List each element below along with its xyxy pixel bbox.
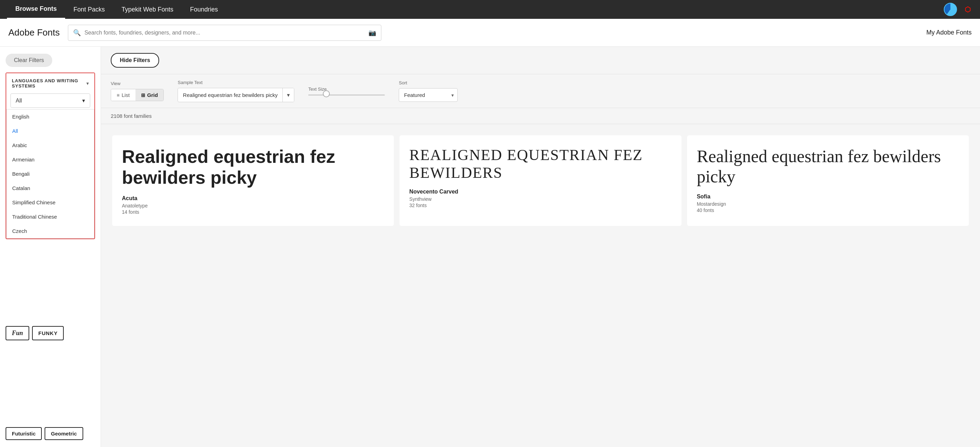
font-card-name: Acuta bbox=[122, 195, 384, 201]
grid-label: Grid bbox=[147, 92, 158, 98]
top-nav-links: Browse Fonts Font Packs Typekit Web Font… bbox=[7, 0, 944, 19]
sort-label: Sort bbox=[399, 80, 458, 85]
sample-text-input[interactable] bbox=[178, 89, 282, 101]
language-dropdown-list: English All Arabic Armenian Bengali Cata… bbox=[6, 109, 94, 238]
font-preview-text: Realigned equestrian fez bewilders picky bbox=[697, 147, 959, 187]
font-card-foundry: Anatoletype bbox=[122, 203, 384, 209]
page-header: Adobe Fonts 🔍 📷 My Adobe Fonts bbox=[0, 19, 980, 47]
grid-view-button[interactable]: ⊞ Grid bbox=[135, 89, 164, 101]
camera-icon[interactable]: 📷 bbox=[369, 29, 376, 37]
tag-buttons-row: Fun FUNKY bbox=[6, 326, 95, 340]
language-option-bengali[interactable]: Bengali bbox=[6, 167, 94, 181]
language-dropdown[interactable]: All ▾ bbox=[10, 93, 90, 108]
sort-select[interactable]: Featured Newest Alphabetical Most Used bbox=[399, 89, 448, 101]
controls-bar: View ≡ List ⊞ Grid Sample Text ▾ bbox=[101, 74, 980, 108]
size-slider-wrapper bbox=[308, 94, 385, 96]
font-card-count: 14 fonts bbox=[122, 209, 384, 215]
language-filter-section: LANGUAGES AND WRITING SYSTEMS ▾ All ▾ En… bbox=[6, 72, 95, 239]
font-card[interactable]: Realigned equestrian fez bewilders picky… bbox=[687, 135, 969, 226]
sample-text-control-group: Sample Text ▾ bbox=[178, 80, 294, 102]
nav-font-packs[interactable]: Font Packs bbox=[65, 0, 113, 19]
top-nav-right: ⬡ bbox=[944, 3, 973, 16]
grid-icon: ⊞ bbox=[141, 93, 145, 98]
sort-chevron-icon: ▾ bbox=[448, 93, 457, 98]
view-label: View bbox=[111, 81, 164, 86]
sample-text-wrapper: ▾ bbox=[178, 88, 294, 102]
font-card-name: Novecento Carved bbox=[409, 188, 671, 195]
search-icon: 🔍 bbox=[73, 29, 81, 37]
tag-buttons-row-2: Futuristic Geometric bbox=[6, 427, 95, 440]
list-view-button[interactable]: ≡ List bbox=[111, 89, 135, 101]
sample-text-dropdown-button[interactable]: ▾ bbox=[282, 88, 294, 102]
language-option-catalan[interactable]: Catalan bbox=[6, 181, 94, 195]
font-card[interactable]: REALIGNED EQUESTRIAN FEZ BEWILDERS Novec… bbox=[399, 135, 681, 226]
font-preview-text: REALIGNED EQUESTRIAN FEZ BEWILDERS bbox=[409, 147, 671, 182]
list-label: List bbox=[121, 92, 130, 98]
dropdown-selected-value: All bbox=[16, 97, 22, 104]
my-adobe-fonts-link[interactable]: My Adobe Fonts bbox=[926, 29, 972, 36]
search-bar[interactable]: 🔍 📷 bbox=[68, 25, 381, 41]
adobe-logo-icon: ⬡ bbox=[962, 4, 973, 15]
font-card[interactable]: Realigned equestrian fez bewilders picky… bbox=[112, 135, 394, 226]
content-area: Hide Filters View ≡ List ⊞ Grid Samp bbox=[101, 47, 980, 447]
nav-typekit-web-fonts[interactable]: Typekit Web Fonts bbox=[113, 0, 182, 19]
nav-foundries[interactable]: Foundries bbox=[182, 0, 226, 19]
sort-control-group: Sort Featured Newest Alphabetical Most U… bbox=[399, 80, 458, 102]
user-avatar[interactable] bbox=[944, 3, 957, 16]
filter-section-title: LANGUAGES AND WRITING SYSTEMS bbox=[12, 78, 86, 89]
font-count-text: 2108 font families bbox=[111, 113, 152, 119]
view-toggle: ≡ List ⊞ Grid bbox=[111, 89, 164, 101]
font-grid: Realigned equestrian fez bewilders picky… bbox=[101, 124, 980, 229]
text-size-slider[interactable] bbox=[308, 94, 385, 96]
tag-geometric-button[interactable]: Geometric bbox=[45, 427, 83, 440]
adobe-fonts-logo: Adobe Fonts bbox=[8, 27, 60, 38]
view-control-group: View ≡ List ⊞ Grid bbox=[111, 81, 164, 101]
font-card-foundry: Mostardesign bbox=[697, 201, 959, 207]
language-option-traditional-chinese[interactable]: Traditional Chinese bbox=[6, 209, 94, 224]
tag-fun-button[interactable]: Fun bbox=[6, 326, 29, 340]
search-input[interactable] bbox=[84, 30, 365, 36]
language-option-english[interactable]: English bbox=[6, 110, 94, 124]
hide-filters-button[interactable]: Hide Filters bbox=[111, 53, 159, 68]
tag-futuristic-button[interactable]: Futuristic bbox=[6, 427, 42, 440]
font-preview-text: Realigned equestrian fez bewilders picky bbox=[122, 147, 384, 188]
list-icon: ≡ bbox=[117, 93, 119, 98]
main-layout: Clear Filters LANGUAGES AND WRITING SYST… bbox=[0, 47, 980, 447]
font-count-bar: 2108 font families bbox=[101, 108, 980, 124]
filter-section-header[interactable]: LANGUAGES AND WRITING SYSTEMS ▾ bbox=[6, 73, 94, 93]
language-option-armenian[interactable]: Armenian bbox=[6, 152, 94, 167]
text-size-control-group: Text Size bbox=[308, 86, 385, 96]
language-option-all[interactable]: All bbox=[6, 124, 94, 138]
filters-bar: Hide Filters bbox=[101, 47, 980, 74]
language-option-czech[interactable]: Czech bbox=[6, 224, 94, 238]
language-option-arabic[interactable]: Arabic bbox=[6, 138, 94, 152]
sample-text-label: Sample Text bbox=[178, 80, 294, 85]
sidebar: Clear Filters LANGUAGES AND WRITING SYST… bbox=[0, 47, 101, 447]
font-card-count: 40 fonts bbox=[697, 208, 959, 213]
font-card-name: Sofia bbox=[697, 193, 959, 200]
clear-filters-button[interactable]: Clear Filters bbox=[6, 54, 52, 67]
language-option-simplified-chinese[interactable]: Simplified Chinese bbox=[6, 195, 94, 209]
chevron-down-icon: ▾ bbox=[86, 81, 89, 86]
font-card-foundry: Synthview bbox=[409, 196, 671, 202]
font-card-count: 32 fonts bbox=[409, 203, 671, 208]
dropdown-chevron-icon: ▾ bbox=[82, 97, 85, 104]
top-navigation: Browse Fonts Font Packs Typekit Web Font… bbox=[0, 0, 980, 19]
text-size-label: Text Size bbox=[308, 86, 385, 92]
sort-select-wrapper: Featured Newest Alphabetical Most Used ▾ bbox=[399, 88, 458, 102]
nav-browse-fonts[interactable]: Browse Fonts bbox=[7, 0, 65, 19]
tag-funky-button[interactable]: FUNKY bbox=[32, 326, 64, 340]
